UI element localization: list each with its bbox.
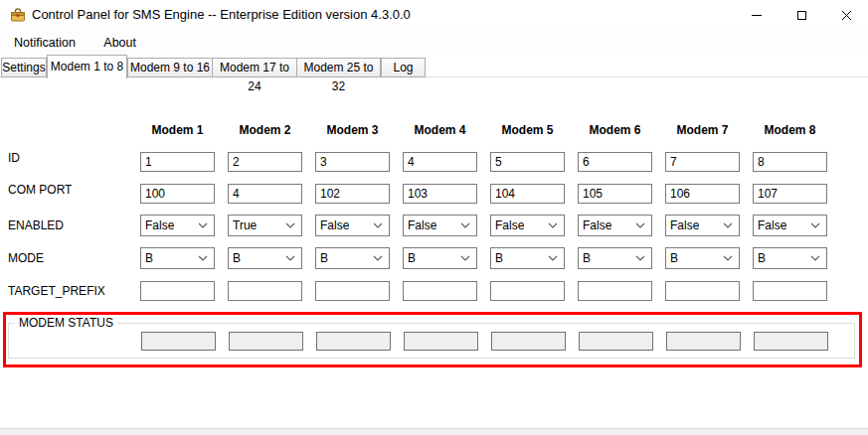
- enabled-value: False: [495, 218, 524, 232]
- target-prefix-input-modem-3[interactable]: [315, 281, 390, 301]
- mode-value: B: [758, 251, 766, 265]
- status-box-modem-2: [229, 332, 303, 351]
- chevron-down-icon: [285, 222, 295, 228]
- com-port-input-modem-5[interactable]: [490, 184, 565, 204]
- status-box-modem-7: [666, 332, 741, 351]
- enabled-select-modem-8[interactable]: False: [753, 215, 827, 236]
- com-port-input-modem-7[interactable]: [665, 184, 740, 204]
- enabled-select-modem-1[interactable]: False: [140, 215, 215, 236]
- tab-log[interactable]: Log: [381, 58, 426, 77]
- mode-select-modem-2[interactable]: B: [228, 247, 302, 269]
- status-box-modem-4: [404, 332, 478, 351]
- tab-modem-25-to-32[interactable]: Modem 25 to 32: [296, 58, 381, 77]
- chevron-down-icon: [810, 222, 820, 228]
- com-port-input-modem-3[interactable]: [315, 184, 390, 204]
- tab-modem-17-to-24[interactable]: Modem 17 to 24: [212, 58, 297, 77]
- enabled-select-modem-6[interactable]: False: [578, 215, 652, 236]
- enabled-value: False: [758, 218, 786, 232]
- target-prefix-input-modem-4[interactable]: [403, 281, 477, 301]
- chevron-down-icon: [635, 255, 645, 261]
- tab-modem-1-to-8[interactable]: Modem 1 to 8: [47, 55, 127, 78]
- chevron-down-icon: [723, 255, 733, 261]
- chevron-down-icon: [198, 255, 208, 261]
- tab-settings[interactable]: Settings: [1, 58, 47, 77]
- mode-select-modem-7[interactable]: B: [665, 247, 740, 269]
- menu-item-notification[interactable]: Notification: [4, 30, 86, 56]
- status-box-modem-5: [491, 332, 566, 351]
- target-prefix-input-modem-2[interactable]: [228, 281, 302, 301]
- target-prefix-input-modem-6[interactable]: [578, 281, 652, 301]
- chevron-down-icon: [548, 222, 558, 228]
- status-box-modem-3: [316, 332, 391, 351]
- enabled-select-modem-2[interactable]: True: [228, 215, 302, 236]
- com-port-input-modem-8[interactable]: [753, 184, 827, 204]
- window-title: Control Panel for SMS Engine -- Enterpri…: [32, 0, 411, 30]
- mode-value: B: [233, 251, 241, 265]
- enabled-select-modem-3[interactable]: False: [315, 215, 390, 236]
- column-header-modem-5: Modem 5: [490, 123, 565, 137]
- mode-value: B: [320, 251, 328, 265]
- chevron-down-icon: [373, 222, 383, 228]
- target-prefix-input-modem-7[interactable]: [665, 281, 740, 301]
- bottom-strip: [0, 428, 868, 435]
- row-label-enabled: ENABLED: [8, 218, 64, 232]
- tab-modem-9-to-16[interactable]: Modem 9 to 16: [127, 58, 213, 77]
- row-label-mode: MODE: [8, 251, 44, 265]
- maximize-icon: [797, 11, 806, 20]
- mode-value: B: [670, 251, 678, 265]
- com-port-input-modem-2[interactable]: [228, 184, 302, 204]
- status-box-modem-6: [579, 332, 653, 351]
- minimize-icon: [752, 15, 762, 16]
- id-input-modem-8[interactable]: [753, 152, 827, 172]
- app-window: Control Panel for SMS Engine -- Enterpri…: [0, 0, 868, 435]
- enabled-value: False: [583, 218, 611, 232]
- enabled-select-modem-7[interactable]: False: [665, 215, 740, 236]
- target-prefix-input-modem-8[interactable]: [753, 281, 827, 301]
- mode-select-modem-6[interactable]: B: [578, 247, 652, 269]
- close-icon: [841, 10, 852, 21]
- mode-select-modem-1[interactable]: B: [140, 247, 215, 269]
- enabled-select-modem-4[interactable]: False: [403, 215, 477, 236]
- menu-item-about[interactable]: About: [93, 30, 146, 56]
- column-header-modem-8: Modem 8: [753, 123, 827, 137]
- modem-status-label: MODEM STATUS: [15, 316, 117, 330]
- mode-select-modem-8[interactable]: B: [753, 247, 827, 269]
- id-input-modem-4[interactable]: [403, 152, 477, 172]
- id-input-modem-5[interactable]: [490, 152, 565, 172]
- id-input-modem-6[interactable]: [578, 152, 652, 172]
- enabled-value: False: [670, 218, 699, 232]
- chevron-down-icon: [548, 255, 558, 261]
- id-input-modem-2[interactable]: [228, 152, 302, 172]
- mode-select-modem-4[interactable]: B: [403, 247, 477, 269]
- id-input-modem-1[interactable]: [140, 152, 215, 172]
- enabled-value: False: [145, 218, 174, 232]
- column-header-modem-1: Modem 1: [140, 123, 215, 137]
- com-port-input-modem-1[interactable]: [140, 184, 215, 204]
- id-input-modem-7[interactable]: [665, 152, 740, 172]
- mode-value: B: [145, 251, 153, 265]
- column-header-modem-2: Modem 2: [228, 123, 302, 137]
- com-port-input-modem-4[interactable]: [403, 184, 477, 204]
- toolbox-app-icon: [10, 7, 26, 23]
- target-prefix-input-modem-5[interactable]: [490, 281, 565, 301]
- title-bar: Control Panel for SMS Engine -- Enterpri…: [0, 0, 868, 30]
- close-button[interactable]: [824, 0, 868, 30]
- chevron-down-icon: [198, 222, 208, 228]
- minimize-button[interactable]: [734, 0, 780, 30]
- maximize-button[interactable]: [780, 0, 824, 30]
- enabled-select-modem-5[interactable]: False: [490, 215, 565, 236]
- mode-value: B: [495, 251, 503, 265]
- column-header-modem-3: Modem 3: [315, 123, 390, 137]
- row-label-com-port: COM PORT: [8, 183, 72, 197]
- menu-bar: Notification About: [0, 30, 868, 56]
- mode-select-modem-5[interactable]: B: [490, 247, 565, 269]
- status-box-modem-8: [754, 332, 828, 351]
- chevron-down-icon: [723, 222, 733, 228]
- chevron-down-icon: [460, 255, 470, 261]
- mode-select-modem-3[interactable]: B: [315, 247, 390, 269]
- target-prefix-input-modem-1[interactable]: [140, 281, 215, 301]
- enabled-value: False: [408, 218, 436, 232]
- id-input-modem-3[interactable]: [315, 152, 390, 172]
- modem-status-groupbox: MODEM STATUS: [8, 323, 855, 359]
- com-port-input-modem-6[interactable]: [578, 184, 652, 204]
